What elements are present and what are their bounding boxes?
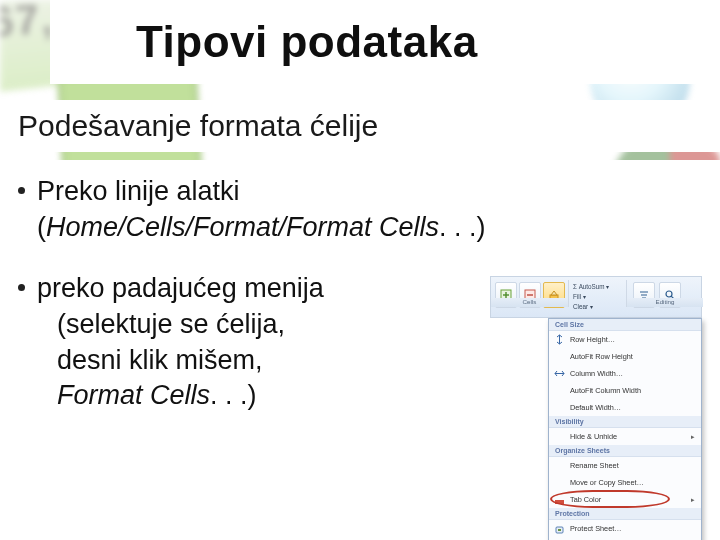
ribbon-group-edit1: Σ AutoSum ▾ Fill ▾ Clear ▾ <box>569 280 627 307</box>
bullet2-line4: Format Cells. . .) <box>37 378 382 414</box>
protect-icon <box>553 523 565 535</box>
svg-rect-10 <box>558 529 561 531</box>
slide-title: Tipovi podataka <box>136 17 478 67</box>
row-height-icon <box>553 334 565 346</box>
menu-autofit-row[interactable]: AutoFit Row Height <box>549 348 701 365</box>
menu-tab-color[interactable]: Tab Color ▸ <box>549 491 701 508</box>
fill-label[interactable]: Fill ▾ <box>573 293 586 300</box>
svg-point-6 <box>666 291 672 297</box>
bullet2-line2: (selektuje se ćelija, <box>37 307 382 343</box>
submenu-arrow-icon: ▸ <box>691 496 695 504</box>
menu-protect-sheet[interactable]: Protect Sheet… <box>549 520 701 537</box>
bullet2-line3: desni klik mišem, <box>37 343 382 379</box>
menu-hide-unhide[interactable]: Hide & Unhide ▸ <box>549 428 701 445</box>
ribbon-group-edit2: Editing <box>627 280 703 307</box>
menu-row-height[interactable]: Row Height… <box>549 331 701 348</box>
col-width-icon <box>553 368 565 380</box>
ribbon-group-label: Cells <box>491 298 568 307</box>
clear-label[interactable]: Clear ▾ <box>573 303 593 310</box>
menu-section-protection: Protection <box>549 508 701 520</box>
menu-section-visibility: Visibility <box>549 416 701 428</box>
svg-rect-8 <box>555 500 564 504</box>
ribbon-group-label: Editing <box>627 298 703 307</box>
excel-dropdown-illustration: Cells Σ AutoSum ▾ Fill ▾ Clear ▾ Editing… <box>490 276 702 506</box>
title-bar: Tipovi podataka <box>50 0 700 84</box>
menu-rename-sheet[interactable]: Rename Sheet <box>549 457 701 474</box>
menu-autofit-col[interactable]: AutoFit Column Width <box>549 382 701 399</box>
menu-move-copy[interactable]: Move or Copy Sheet… <box>549 474 701 491</box>
slide-subtitle: Podešavanje formata ćelije <box>18 109 378 143</box>
menu-section-cellsize: Cell Size <box>549 319 701 331</box>
menu-default-width[interactable]: Default Width… <box>549 399 701 416</box>
menu-section-organize: Organize Sheets <box>549 445 701 457</box>
ribbon-group-cells: Cells <box>491 280 569 307</box>
subtitle-bar: Podešavanje formata ćelije <box>0 100 720 152</box>
menu-col-width[interactable]: Column Width… <box>549 365 701 382</box>
bullet2-lead: preko padajućeg menija <box>37 273 324 303</box>
ribbon: Cells Σ AutoSum ▾ Fill ▾ Clear ▾ Editing <box>490 276 702 318</box>
format-dropdown-menu: Cell Size Row Height… AutoFit Row Height… <box>548 318 702 540</box>
bullet-dot-icon <box>18 187 25 194</box>
bullet1-lead: Preko linije alatki <box>37 176 240 206</box>
submenu-arrow-icon: ▸ <box>691 433 695 441</box>
bullet1-path: Home/Cells/Format/Format Cells <box>46 212 439 242</box>
bullet-dot-icon <box>18 284 25 291</box>
tab-color-icon <box>553 494 565 506</box>
slide: 67,350 Tipovi podataka Podešavanje forma… <box>0 0 720 540</box>
autosum-label[interactable]: Σ AutoSum ▾ <box>573 283 609 290</box>
bullet-1: Preko linije alatki (Home/Cells/Format/F… <box>18 174 702 245</box>
